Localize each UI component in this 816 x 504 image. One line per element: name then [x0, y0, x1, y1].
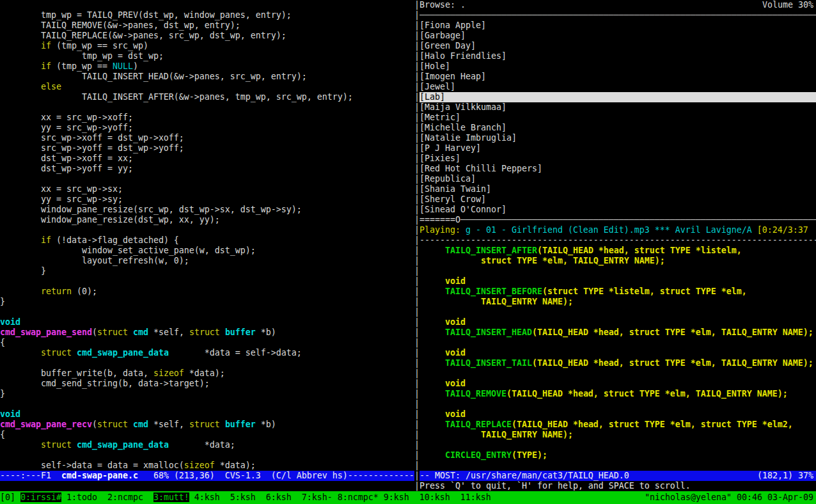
code-line: yy = src_wp->yoff;: [0, 123, 414, 133]
code-line: cmd_swap_pane_recv(struct cmd *self, str…: [0, 420, 414, 430]
code-line: void: [0, 317, 414, 327]
tmux-window-entry[interactable]: 1:todo 2:ncmpc: [61, 492, 153, 502]
code-line: layout_refresh(w, 0);: [0, 256, 414, 266]
code-line: void: [0, 409, 414, 420]
artist-list-item[interactable]: [Hole]: [420, 61, 816, 72]
artist-list-item[interactable]: [Natalie Imbruglia]: [420, 133, 816, 143]
artist-list-item[interactable]: [Imogen Heap]: [420, 72, 816, 82]
artist-list: [Fiona Apple][Garbage][Green Day][Halo F…: [420, 20, 816, 215]
code-line: [0, 225, 414, 235]
editor-echo-area: [0, 481, 414, 491]
volume-label: Volume 30%: [762, 0, 813, 10]
code-line: return (0);: [0, 287, 414, 297]
tmux-window-alert[interactable]: 3:mutt!: [153, 492, 189, 502]
artist-list-item[interactable]: [Sheryl Crow]: [420, 194, 816, 205]
code-line: tmp_wp = TAILQ_PREV(dst_wp, window_panes…: [0, 10, 414, 20]
man-line: [420, 440, 816, 450]
code-line: [0, 0, 414, 10]
man-line: void: [420, 409, 816, 420]
code-line: TAILQ_REPLACE(&w->panes, src_wp, dst_wp,…: [0, 31, 414, 41]
code-line: yy = src_wp->sy;: [0, 194, 414, 205]
tmux-window-list: [0] 0:irssi# 1:todo 2:ncmpc 3:mutt! 4:ks…: [0, 491, 491, 504]
code-line: [0, 307, 414, 317]
tmux-status-bar: [0] 0:irssi# 1:todo 2:ncmpc 3:mutt! 4:ks…: [0, 491, 816, 504]
now-playing-text: Playing: g - 01 - Girlfriend (Clean Edit…: [420, 225, 816, 235]
code-line: if (!data->flag_detached) {: [0, 235, 414, 246]
artist-list-item[interactable]: [Maija Vilkkumaa]: [420, 102, 816, 113]
code-line: cmd_swap_pane_send(struct cmd *self, str…: [0, 327, 414, 338]
code-line: }: [0, 389, 414, 399]
ncmpc-header-rule: ────────────────────────────────────────…: [420, 10, 816, 20]
code-line: window_pane_resize(dst_wp, xx, yy);: [0, 215, 414, 225]
pane-border-horizontal[interactable]: ----------------------------------------…: [420, 235, 816, 246]
editor-pane[interactable]: tmp_wp = TAILQ_PREV(dst_wp, window_panes…: [0, 0, 414, 471]
code-line: xx = src_wp->xoff;: [0, 113, 414, 123]
tmux-window-entry[interactable]: [0]: [0, 492, 20, 502]
man-line: [420, 368, 816, 379]
editor-modeline-text: ----:---F1 cmd-swap-pane.c 68% (213,36) …: [0, 471, 414, 481]
artist-list-item[interactable]: [Fiona Apple]: [420, 20, 816, 31]
code-line: else: [0, 82, 414, 92]
code-line: TAILQ_INSERT_HEAD(&w->panes, src_wp, ent…: [0, 72, 414, 82]
man-line: TAILQ_ENTRY NAME);: [420, 430, 816, 440]
code-line: }: [0, 297, 414, 307]
code-line: dst_wp->xoff = xx;: [0, 154, 414, 164]
tmux-window-entry[interactable]: 4:ksh 5:ksh 6:ksh 7:ksh- 8:ncmpc* 9:ksh …: [189, 492, 491, 502]
most-position: (182,1) 37%: [757, 471, 813, 481]
tmux-window-alert[interactable]: 0:irssi#: [20, 492, 61, 502]
code-line: TAILQ_INSERT_AFTER(&w->panes, tmp_wp, sr…: [0, 92, 414, 102]
terminal-screen: tmp_wp = TAILQ_PREV(dst_wp, window_panes…: [0, 0, 816, 504]
artist-list-item-selected[interactable]: [Lab]: [420, 92, 816, 102]
now-playing: Playing: g - 01 - Girlfriend (Clean Edit…: [420, 225, 816, 235]
tmux-status-right: "nicholas@yelena" 00:46 03-Apr-09: [645, 491, 813, 504]
man-line: void: [420, 379, 816, 389]
artist-list-item[interactable]: [Pixies]: [420, 154, 816, 164]
man-line: TAILQ_INSERT_AFTER(TAILQ_HEAD *head, str…: [420, 246, 816, 256]
most-file-path: -- MOST: /usr/share/man/cat3/TAILQ_HEAD.…: [420, 471, 629, 481]
pane-border-vertical[interactable]: | | | | | | | | | | | | | | | | | | | | …: [414, 0, 420, 491]
artist-list-item[interactable]: [Green Day]: [420, 41, 816, 51]
code-line: {: [0, 430, 414, 440]
artist-list-item[interactable]: [Metric]: [420, 113, 816, 123]
code-line: TAILQ_REMOVE(&w->panes, dst_wp, entry);: [0, 20, 414, 31]
pager-help-line: Press `Q' to quit, `H' for help, and SPA…: [420, 481, 816, 491]
artist-list-item[interactable]: [Jewel]: [420, 82, 816, 92]
artist-list-item[interactable]: [Halo Friendlies]: [420, 51, 816, 61]
ncmpc-header: Browse: . Volume 30%: [420, 0, 816, 10]
progress-bar[interactable]: =======O────────────────────────────────…: [420, 215, 816, 225]
man-line: TAILQ_REMOVE(TAILQ_HEAD *head, struct TY…: [420, 389, 816, 399]
code-line: [0, 102, 414, 113]
code-line: {: [0, 338, 414, 348]
code-line: [0, 174, 414, 184]
man-line: TAILQ_ENTRY NAME);: [420, 297, 816, 307]
code-line: window_set_active_pane(w, dst_wp);: [0, 246, 414, 256]
artist-list-item[interactable]: [Red Hot Chilli Peppers]: [420, 164, 816, 174]
code-line: self->data = data = xmalloc(sizeof *data…: [0, 461, 414, 471]
code-line: xx = src_wp->sx;: [0, 184, 414, 194]
artist-list-item[interactable]: [Garbage]: [420, 31, 816, 41]
code-line: window_pane_resize(src_wp, dst_wp->sx, d…: [0, 205, 414, 215]
man-line: struct TYPE *elm, TAILQ_ENTRY NAME);: [420, 256, 816, 266]
artist-list-item[interactable]: [Republica]: [420, 174, 816, 184]
man-line: [420, 266, 816, 276]
code-line: if (tmp_wp == NULL): [0, 61, 414, 72]
artist-list-item[interactable]: [P J Harvey]: [420, 143, 816, 154]
man-pager-pane[interactable]: TAILQ_INSERT_AFTER(TAILQ_HEAD *head, str…: [420, 246, 816, 471]
man-line: TAILQ_INSERT_HEAD(TAILQ_HEAD *head, stru…: [420, 327, 816, 338]
code-line: [0, 399, 414, 409]
man-line: CIRCLEQ_ENTRY(TYPE);: [420, 450, 816, 461]
artist-list-item[interactable]: [Shania Twain]: [420, 184, 816, 194]
man-line: [420, 461, 816, 471]
most-status-bar: -- MOST: /usr/share/man/cat3/TAILQ_HEAD.…: [420, 471, 816, 481]
code-line: buffer_write(b, data, sizeof *data);: [0, 368, 414, 379]
code-line: }: [0, 266, 414, 276]
code-line: src_wp->xoff = dst_wp->xoff;: [0, 133, 414, 143]
man-line: void: [420, 317, 816, 327]
code-line: cmd_send_string(b, data->target);: [0, 379, 414, 389]
man-line: TAILQ_INSERT_TAIL(TAILQ_HEAD *head, stru…: [420, 358, 816, 368]
browse-label: Browse: .: [420, 0, 466, 10]
code-line: src_wp->yoff = dst_wp->yoff;: [0, 143, 414, 154]
artist-list-item[interactable]: [Michelle Branch]: [420, 123, 816, 133]
artist-list-item[interactable]: [Sinead O'Connor]: [420, 205, 816, 215]
ncmpc-pane[interactable]: Browse: . Volume 30% ───────────────────…: [420, 0, 816, 235]
